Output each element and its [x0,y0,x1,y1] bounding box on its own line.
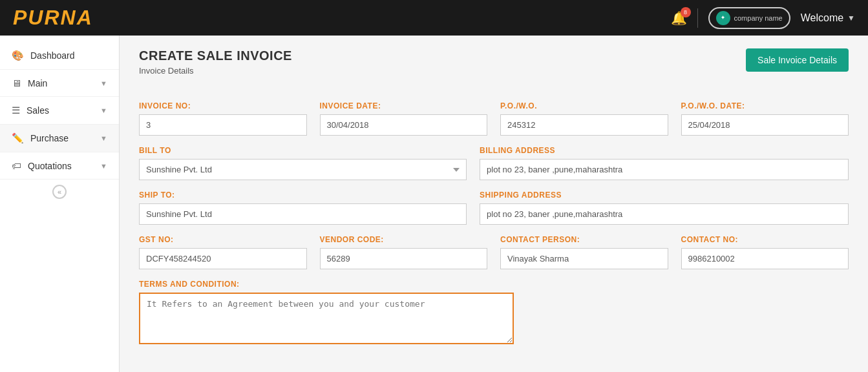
po-wo-input[interactable] [500,114,668,136]
invoice-date-label: INVOICE DATE: [320,101,488,110]
page-title: CREATE SALE INVOICE [139,48,292,63]
header: PURNA 🔔 8 ✦ company name Welcome ▼ [0,0,868,36]
collapse-icon: « [58,188,61,196]
form-row-3: SHIP TO: SHIPPING ADDRESS [139,191,849,225]
ship-to-label: SHIP TO: [139,191,467,200]
breadcrumb: Invoice Details [139,66,292,76]
billing-address-input[interactable] [480,159,849,180]
form-row-5: TERMS AND CONDITION: [139,280,849,344]
po-wo-date-group: P.O./W.O. DATE: [681,101,849,136]
billing-address-label: BILLING ADDRESS [480,146,849,155]
sidebar-label-sales: Sales [26,105,49,116]
terms-textarea[interactable] [139,293,514,344]
contact-no-label: CONTACT NO: [681,235,849,244]
sales-icon: ☰ [12,105,20,116]
welcome-dropdown[interactable]: Welcome ▼ [801,12,855,24]
sidebar-label-main: Main [28,78,47,88]
dashboard-icon: 🎨 [12,50,24,61]
sidebar-item-main[interactable]: 🖥 Main ▼ [0,70,119,97]
gst-no-input[interactable] [139,248,307,269]
sidebar-collapse-btn[interactable]: « [0,180,119,204]
sidebar-item-dashboard[interactable]: 🎨 Dashboard [0,42,119,70]
main-icon: 🖥 [12,78,21,88]
bill-to-group: BILL TO Sunshine Pvt. Ltd [139,146,480,180]
form-row-4: GST NO: VENDOR CODE: CONTACT PERSON: CON… [139,235,849,269]
collapse-circle: « [52,185,67,199]
ship-to-input[interactable] [139,203,467,225]
po-wo-date-input[interactable] [681,114,849,136]
terms-label: TERMS AND CONDITION: [139,280,514,289]
sidebar-item-purchase[interactable]: ✏️ Purchase ▼ [0,125,119,152]
bill-to-select[interactable]: Sunshine Pvt. Ltd [139,159,467,180]
purchase-icon: ✏️ [12,132,24,144]
quotations-chevron-icon: ▼ [100,162,107,170]
invoice-date-group: INVOICE DATE: [320,101,501,136]
billing-address-group: BILLING ADDRESS [480,146,849,180]
notification-bell[interactable]: 🔔 8 [671,10,687,26]
po-wo-group: P.O./W.O. [500,101,681,136]
shipping-address-label: SHIPPING ADDRESS [480,191,849,200]
po-wo-date-label: P.O./W.O. DATE: [681,101,849,110]
form-row-1: INVOICE NO: INVOICE DATE: P.O./W.O. P.O.… [139,101,849,136]
sidebar: 🎨 Dashboard 🖥 Main ▼ ☰ Sales ▼ ✏️ Purcha… [0,36,120,372]
content-area: CREATE SALE INVOICE Invoice Details Sale… [120,36,868,372]
main-layout: 🎨 Dashboard 🖥 Main ▼ ☰ Sales ▼ ✏️ Purcha… [0,36,868,372]
invoice-date-input[interactable] [320,114,488,136]
sidebar-label-dashboard: Dashboard [30,50,75,61]
contact-no-input[interactable] [681,248,849,269]
sidebar-item-quotations[interactable]: 🏷 Quotations ▼ [0,152,119,180]
company-name-label: company name [734,14,783,22]
contact-person-group: CONTACT PERSON: [500,235,681,269]
bill-to-label: BILL TO [139,146,467,155]
purchase-chevron-icon: ▼ [100,134,107,142]
sales-chevron-icon: ▼ [100,107,107,114]
vendor-code-input[interactable] [320,248,488,269]
header-right: 🔔 8 ✦ company name Welcome ▼ [671,7,856,29]
shipping-address-input[interactable] [480,203,849,225]
sidebar-label-quotations: Quotations [28,161,72,171]
header-divider [697,8,698,28]
top-bar: CREATE SALE INVOICE Invoice Details Sale… [139,48,849,88]
company-badge[interactable]: ✦ company name [708,7,790,29]
invoice-no-input[interactable] [139,114,307,136]
sale-invoice-details-button[interactable]: Sale Invoice Details [746,48,849,72]
sidebar-item-sales[interactable]: ☰ Sales ▼ [0,97,119,125]
main-chevron-icon: ▼ [100,79,107,87]
company-logo: ✦ [716,11,730,25]
vendor-code-group: VENDOR CODE: [320,235,501,269]
ship-to-group: SHIP TO: [139,191,480,225]
sidebar-label-purchase: Purchase [30,133,69,143]
chevron-down-icon: ▼ [847,14,855,23]
gst-no-label: GST NO: [139,235,307,244]
invoice-no-label: INVOICE NO: [139,101,307,110]
po-wo-label: P.O./W.O. [500,101,668,110]
shipping-address-group: SHIPPING ADDRESS [480,191,849,225]
gst-no-group: GST NO: [139,235,320,269]
invoice-no-group: INVOICE NO: [139,101,320,136]
contact-no-group: CONTACT NO: [681,235,849,269]
terms-group: TERMS AND CONDITION: [139,280,514,344]
contact-person-label: CONTACT PERSON: [500,235,668,244]
form-row-2: BILL TO Sunshine Pvt. Ltd BILLING ADDRES… [139,146,849,180]
contact-person-input[interactable] [500,248,668,269]
welcome-label: Welcome [801,12,843,24]
logo: PURNA [13,6,93,30]
vendor-code-label: VENDOR CODE: [320,235,488,244]
quotations-icon: 🏷 [12,160,21,171]
notification-badge: 8 [681,7,691,17]
